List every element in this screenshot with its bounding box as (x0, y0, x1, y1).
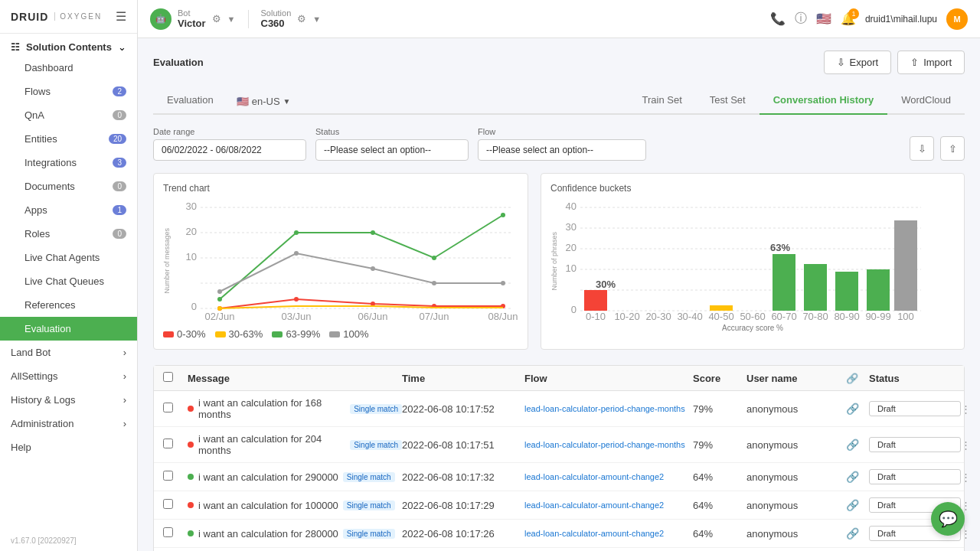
upload-icon-btn[interactable]: ⇧ (940, 136, 965, 161)
row1-time: 2022-06-08 10:17:52 (402, 403, 524, 415)
import-button[interactable]: ⇧ Import (897, 51, 965, 74)
row2-status-badge[interactable]: Draft (869, 437, 961, 452)
row4-flow-link[interactable]: lead-loan-calculator-amount-change2 (524, 500, 693, 510)
row3-checkbox[interactable] (163, 471, 188, 483)
sidebar-item-integrations[interactable]: Integrations 3 (0, 151, 137, 174)
confidence-y-axis-label: Number of phrases (550, 232, 558, 291)
chevron-right-icon3: › (123, 394, 126, 406)
row1-status-badge[interactable]: Draft (869, 401, 961, 416)
locale-chevron: ▼ (283, 97, 291, 106)
tab-test-set[interactable]: Test Set (696, 86, 760, 115)
chevron-right-icon: › (123, 347, 126, 358)
trend-y-axis-label: Number of messages (163, 228, 171, 294)
tab-bar: Evaluation 🇺🇸 en-US ▼ Train Set Test Set… (153, 86, 965, 115)
tab-evaluation-label: Evaluation (167, 94, 214, 106)
sidebar-item-evaluation[interactable]: Evaluation (0, 317, 137, 341)
version-label: v1.67.0 [20220927] (0, 530, 137, 551)
flow-select[interactable]: --Please select an option-- (478, 139, 646, 161)
sidebar-item-live-chat-queues[interactable]: Live Chat Queues (0, 269, 137, 293)
row2-more-icon[interactable]: ⋮ (961, 439, 980, 451)
tab-evaluation[interactable]: Evaluation (153, 86, 227, 115)
hamburger-icon[interactable]: ☰ (116, 9, 126, 24)
help-icon[interactable]: ⓘ (795, 11, 807, 27)
row2-flow-link[interactable]: lead-loan-calculator-period-change-month… (524, 440, 693, 449)
svg-point-16 (371, 230, 375, 235)
date-range-input[interactable] (153, 139, 306, 161)
row3-flow-link[interactable]: lead-loan-calculator-amount-change2 (524, 472, 693, 481)
row3-username: anonymous (746, 471, 846, 483)
sidebar-item-allsettings[interactable]: AllSettings › (0, 364, 137, 388)
header-time: Time (402, 373, 524, 384)
bot-settings-icon[interactable]: ⚙ (212, 13, 221, 24)
select-all-checkbox[interactable] (163, 372, 173, 382)
row5-checkbox[interactable] (163, 527, 188, 540)
sidebar-item-administration[interactable]: Administration › (0, 412, 137, 435)
legend-dot-gray (329, 331, 340, 337)
bar-40-50 (710, 305, 733, 311)
row5-flow-link[interactable]: lead-loan-calculator-amount-change2 (524, 529, 693, 538)
tab-locale[interactable]: 🇺🇸 en-US ▼ (227, 90, 300, 113)
documents-label: Documents (24, 181, 75, 192)
row1-chain-icon: 🔗 (846, 403, 869, 415)
row1-flow-link[interactable]: lead-loan-calculator-period-change-month… (524, 404, 693, 413)
legend-63-99: 63-99% (272, 328, 320, 340)
live-chat-agents-label: Live Chat Agents (24, 252, 100, 263)
svg-text:0-10: 0-10 (586, 311, 606, 322)
row1-more-icon[interactable]: ⋮ (961, 403, 980, 415)
svg-text:20: 20 (566, 242, 577, 253)
row2-checkbox[interactable] (163, 439, 188, 451)
svg-text:50-60: 50-60 (740, 311, 765, 322)
solution-settings-icon[interactable]: ⚙ (297, 13, 306, 24)
sidebar-item-apps[interactable]: Apps 1 (0, 198, 137, 222)
dropdown-icon[interactable]: ▼ (227, 15, 236, 24)
bot-info: 🤖 Bot Victor ⚙ ▼ (150, 8, 236, 30)
language-flag[interactable]: 🇺🇸 (816, 11, 831, 26)
integrations-badge: 3 (113, 158, 126, 168)
date-range-label: Date range (153, 127, 306, 136)
row3-score: 64% (693, 471, 746, 483)
trend-chart-card: Trend chart Number of messages 30 20 10 (153, 173, 528, 350)
sidebar-item-history-logs[interactable]: History & Logs › (0, 388, 137, 412)
row4-more-icon[interactable]: ⋮ (961, 500, 980, 511)
notification-bell[interactable]: 🔔 1 (841, 11, 856, 26)
sidebar-item-dashboard[interactable]: Dashboard (0, 56, 137, 80)
row3-message-text: i want an calculation for 290000 (198, 471, 338, 483)
land-bot-label: Land Bot (11, 347, 51, 358)
user-avatar[interactable]: M (946, 8, 968, 30)
sidebar-item-help[interactable]: Help (0, 435, 137, 459)
row5-score: 64% (693, 528, 746, 540)
tab-train-set[interactable]: Train Set (628, 86, 695, 115)
sidebar-nav: ☷ Solution Contents ⌄ Dashboard Flows 2 … (0, 34, 137, 530)
row1-username: anonymous (746, 403, 846, 415)
sidebar-item-entities[interactable]: Entities 20 (0, 127, 137, 151)
row3-more-icon[interactable]: ⋮ (961, 471, 980, 483)
sidebar-item-flows[interactable]: Flows 2 (0, 80, 137, 103)
row1-checkbox[interactable] (163, 403, 188, 415)
export-button[interactable]: ⇩ Export (824, 51, 892, 74)
svg-text:10: 10 (566, 262, 577, 274)
help-label: Help (11, 442, 31, 453)
row3-status-badge[interactable]: Draft (869, 469, 961, 484)
sidebar-item-land-bot[interactable]: Land Bot › (0, 341, 137, 364)
svg-text:30%: 30% (596, 279, 616, 290)
solution-dropdown-icon[interactable]: ▼ (312, 15, 321, 24)
phone-icon[interactable]: 📞 (770, 11, 786, 26)
sidebar-item-documents[interactable]: Documents 0 (0, 174, 137, 198)
tab-wordcloud[interactable]: WordCloud (887, 86, 965, 115)
live-chat-queues-label: Live Chat Queues (24, 276, 104, 287)
sidebar-item-references[interactable]: References (0, 293, 137, 317)
sidebar-item-live-chat-agents[interactable]: Live Chat Agents (0, 246, 137, 269)
sidebar-item-roles[interactable]: Roles 0 (0, 222, 137, 246)
svg-text:10-20: 10-20 (614, 311, 639, 322)
header-status: Status (869, 373, 961, 384)
chat-bubble-button[interactable]: 💬 (931, 502, 965, 536)
row5-more-icon[interactable]: ⋮ (961, 528, 980, 540)
solution-contents-section[interactable]: ☷ Solution Contents ⌄ (0, 34, 137, 56)
import-icon: ⇧ (910, 57, 919, 68)
row4-checkbox[interactable] (163, 499, 188, 511)
download-icon-btn[interactable]: ⇩ (910, 136, 934, 161)
tab-conversation-history[interactable]: Conversation History (760, 86, 887, 115)
sidebar-item-qna[interactable]: QnA 0 (0, 103, 137, 127)
flows-label: Flows (24, 86, 51, 97)
status-select[interactable]: --Please select an option-- (315, 139, 469, 161)
